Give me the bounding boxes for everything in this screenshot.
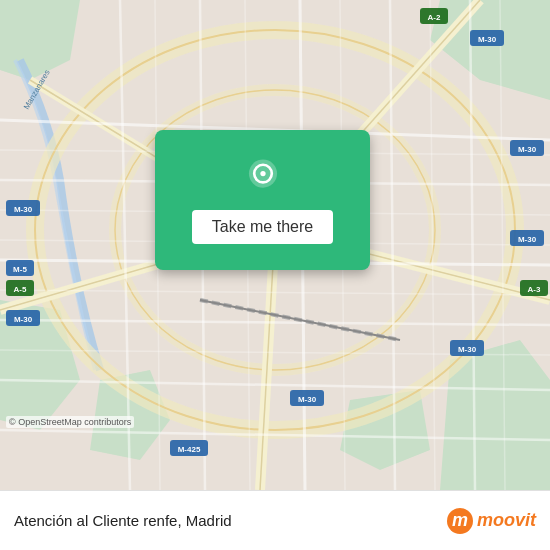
osm-attribution: © OpenStreetMap contributors <box>6 416 134 428</box>
attribution-text: © OpenStreetMap contributors <box>9 417 131 427</box>
svg-text:M-30: M-30 <box>298 395 317 404</box>
svg-text:M-30: M-30 <box>518 235 537 244</box>
svg-text:M-30: M-30 <box>478 35 497 44</box>
svg-text:M-5: M-5 <box>13 265 27 274</box>
moovit-logo-text: moovit <box>477 510 536 531</box>
svg-text:M-30: M-30 <box>518 145 537 154</box>
take-me-there-button[interactable]: Take me there <box>192 210 333 244</box>
moovit-logo-mark: m <box>447 508 473 534</box>
svg-text:M-30: M-30 <box>14 315 33 324</box>
svg-text:M-425: M-425 <box>178 445 201 454</box>
svg-text:A-2: A-2 <box>428 13 441 22</box>
moovit-logo: m moovit <box>447 508 536 534</box>
svg-text:A-5: A-5 <box>14 285 27 294</box>
location-card: Take me there <box>155 130 370 270</box>
location-pin-icon <box>241 156 285 200</box>
svg-text:M-30: M-30 <box>14 205 33 214</box>
svg-text:M-30: M-30 <box>458 345 477 354</box>
svg-point-72 <box>260 171 265 176</box>
location-name: Atención al Cliente renfe, Madrid <box>14 512 447 529</box>
bottom-bar: Atención al Cliente renfe, Madrid m moov… <box>0 490 550 550</box>
svg-text:A-3: A-3 <box>528 285 541 294</box>
